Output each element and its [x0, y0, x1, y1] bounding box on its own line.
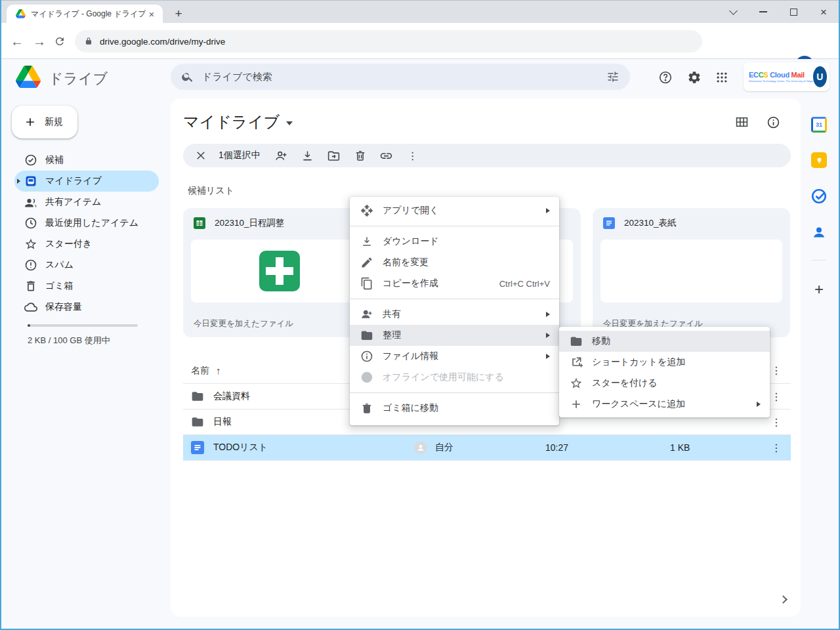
window-minimize-button[interactable] [756, 5, 770, 19]
tasks-icon[interactable] [810, 188, 828, 205]
new-button[interactable]: 新規 [12, 106, 77, 138]
menu-item-move-to-trash[interactable]: ゴミ箱に移動 [350, 398, 559, 419]
menu-item-make-copy[interactable]: コピーを作成Ctrl+C Ctrl+V [350, 273, 559, 294]
submenu-item-add-to-workspace[interactable]: ワークスペースに追加 [559, 394, 770, 415]
submenu-arrow-icon [546, 312, 550, 317]
keep-icon[interactable] [811, 152, 827, 168]
google-apps-grid-icon[interactable] [713, 69, 730, 86]
move-to-folder-icon[interactable] [321, 145, 347, 166]
page-title[interactable]: マイドライブ [183, 112, 293, 133]
file-row-selected[interactable]: TODOリスト 自分 10:27 1 KB ⋮ [183, 435, 791, 461]
help-icon[interactable] [657, 69, 674, 86]
tab-search-chevron-icon[interactable] [726, 5, 740, 19]
get-addons-button[interactable]: + [814, 280, 824, 299]
people-icon [24, 196, 37, 209]
card-reason: 今日変更を加えたファイル [194, 318, 293, 329]
file-name: TODOリスト [213, 442, 268, 453]
selection-toolbar: 1個選択中 ⋮ [183, 144, 791, 167]
file-card-sheets[interactable]: 202310_日程調整 今日変更を加えたファイル [183, 208, 376, 337]
menu-item-file-info[interactable]: ファイル情報 [350, 346, 559, 367]
folder-icon [191, 390, 204, 403]
download-icon[interactable] [295, 145, 321, 166]
star-icon [24, 238, 37, 251]
search-options-icon[interactable] [606, 70, 620, 83]
window-close-button[interactable]: × [816, 5, 831, 19]
menu-item-organize[interactable]: 整理 [350, 325, 559, 346]
back-button[interactable]: ← [9, 33, 26, 50]
organize-submenu: 移動 ショートカットを追加 スターを付ける ワークスペースに追加 [559, 327, 770, 417]
drive-app: ドライブ ドライブで検索 ECCS Cloud Mail [1, 59, 839, 629]
submenu-item-add-shortcut[interactable]: ショートカットを追加 [559, 352, 770, 373]
name-column-header[interactable]: 名前 [191, 365, 209, 377]
offline-pin-icon [360, 371, 373, 384]
submenu-arrow-icon [546, 354, 550, 359]
sidebar-item-trash[interactable]: ゴミ箱 [14, 276, 159, 297]
tab-close-icon[interactable]: × [146, 8, 158, 20]
file-card-docs[interactable]: 202310_表紙 今日変更を加えたファイル [593, 208, 790, 337]
folder-icon [191, 415, 204, 429]
submenu-item-move[interactable]: 移動 [559, 331, 770, 352]
sort-ascending-icon[interactable]: ↑ [216, 365, 221, 376]
sidebar-item-starred[interactable]: スター付き [14, 234, 159, 255]
search-icon [181, 70, 194, 83]
submenu-item-add-star[interactable]: スターを付ける [559, 373, 770, 394]
tab-title: マイドライブ - Google ドライブ [31, 9, 146, 20]
row-more-icon[interactable]: ⋮ [762, 442, 791, 454]
file-name: 会議資料 [213, 390, 250, 402]
move-to-folder-icon [570, 335, 583, 348]
contacts-icon[interactable] [811, 224, 827, 240]
download-icon [360, 235, 373, 248]
menu-item-open-with[interactable]: アプリで開く [350, 200, 559, 221]
menu-item-rename[interactable]: 名前を変更 [350, 252, 559, 273]
calendar-icon[interactable]: 31 [811, 117, 827, 133]
sidebar-item-recent[interactable]: 最近使用したアイテム [14, 213, 159, 234]
sheets-thumbnail-icon [259, 251, 300, 291]
spam-icon [24, 259, 37, 272]
browser-window: マイドライブ - Google ドライブ × + × ← → drive.goo… [0, 0, 840, 630]
copy-icon [360, 277, 373, 290]
sidebar-item-suggested[interactable]: 候補 [14, 150, 159, 171]
sidebar-item-my-drive[interactable]: マイドライブ [14, 171, 159, 192]
row-more-icon[interactable]: ⋮ [762, 416, 791, 429]
eccs-cloud-mail-logo: ECCS Cloud Mail Information Technology C… [744, 62, 830, 91]
menu-item-share[interactable]: 共有 [350, 304, 559, 325]
expand-arrow-icon[interactable] [17, 178, 20, 184]
drive-logo-icon[interactable] [16, 66, 41, 88]
eccs-logo-text: ECCS Cloud Mail [749, 71, 813, 79]
copy-link-icon[interactable] [373, 145, 400, 166]
share-add-person-icon[interactable] [268, 145, 295, 166]
browser-tab[interactable]: マイドライブ - Google ドライブ × [7, 5, 163, 23]
settings-gear-icon[interactable] [686, 69, 703, 86]
address-bar[interactable]: drive.google.com/drive/my-drive [75, 30, 702, 52]
docs-file-icon [603, 217, 615, 229]
forward-button[interactable]: → [31, 33, 48, 50]
app-name: ドライブ [49, 69, 108, 89]
reload-button[interactable] [51, 33, 68, 50]
account-avatar[interactable]: U [813, 66, 827, 87]
file-size: 1 KB [670, 442, 762, 453]
window-maximize-button[interactable] [786, 5, 801, 19]
card-thumbnail [191, 240, 368, 303]
card-file-name: 202310_日程調整 [215, 217, 285, 229]
clock-icon [24, 217, 37, 230]
grid-view-toggle-icon[interactable] [732, 113, 751, 131]
details-info-icon[interactable] [764, 113, 782, 131]
tab-strip: マイドライブ - Google ドライブ × + × [1, 1, 839, 23]
suggestions-label: 候補リスト [188, 185, 234, 197]
trash-icon [360, 402, 373, 415]
owner-avatar [414, 441, 427, 454]
more-actions-icon[interactable]: ⋮ [400, 145, 426, 166]
menu-item-offline: オフラインで使用可能にする [350, 367, 559, 388]
search-bar[interactable]: ドライブで検索 [171, 64, 630, 90]
sidebar-item-storage[interactable]: 保存容量 [14, 297, 159, 318]
add-shortcut-icon [570, 356, 583, 369]
clear-selection-icon[interactable] [190, 145, 212, 166]
trash-icon[interactable] [347, 145, 373, 166]
card-file-name: 202310_表紙 [624, 217, 677, 229]
menu-item-download[interactable]: ダウンロード [350, 231, 559, 252]
collapse-chevron-icon[interactable] [779, 595, 788, 604]
sidebar-item-spam[interactable]: スパム [14, 255, 159, 276]
storage-usage-text: 2 KB / 100 GB 使用中 [28, 335, 110, 346]
sidebar-item-shared[interactable]: 共有アイテム [14, 192, 159, 213]
new-tab-button[interactable]: + [171, 6, 186, 22]
